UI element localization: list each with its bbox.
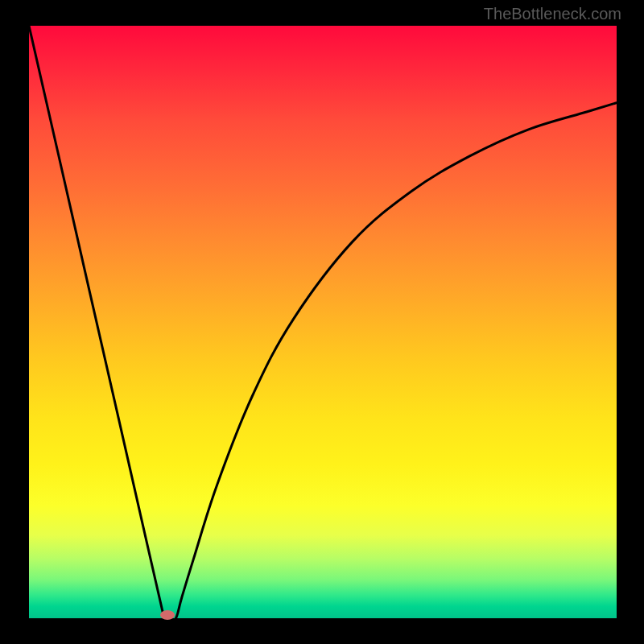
bottleneck-curve bbox=[29, 26, 617, 618]
minimum-marker-icon bbox=[160, 610, 175, 620]
plot-area bbox=[29, 26, 617, 618]
chart-frame: TheBottleneck.com bbox=[0, 0, 644, 644]
watermark-text: TheBottleneck.com bbox=[484, 5, 621, 23]
